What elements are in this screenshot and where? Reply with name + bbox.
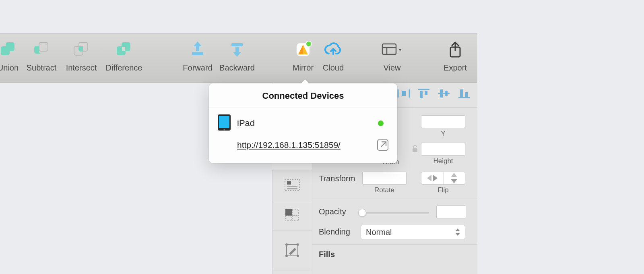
subtract-icon bbox=[33, 41, 50, 58]
blending-value: Normal bbox=[366, 228, 392, 237]
toolbar-label: Mirror bbox=[291, 63, 316, 73]
svg-point-53 bbox=[297, 255, 299, 257]
flip-group[interactable] bbox=[421, 172, 465, 185]
svg-rect-54 bbox=[413, 148, 417, 152]
toolbar-label: Export bbox=[441, 63, 469, 73]
intersect-button[interactable]: Intersect bbox=[62, 41, 100, 73]
svg-rect-33 bbox=[445, 91, 448, 96]
flip-vertical-icon[interactable] bbox=[444, 172, 465, 184]
cloud-button[interactable]: Cloud bbox=[321, 41, 346, 73]
svg-rect-47 bbox=[285, 216, 292, 221]
svg-point-50 bbox=[285, 243, 288, 246]
difference-icon bbox=[115, 41, 133, 58]
svg-marker-11 bbox=[194, 42, 202, 46]
toolbar: Union Subtract Intersect Difference For bbox=[0, 33, 477, 83]
svg-rect-5 bbox=[79, 46, 83, 51]
svg-rect-30 bbox=[425, 91, 427, 95]
svg-rect-48 bbox=[292, 216, 299, 221]
align-bottom-icon[interactable] bbox=[457, 88, 473, 101]
opacity-field[interactable] bbox=[436, 206, 466, 218]
svg-rect-45 bbox=[285, 209, 292, 216]
align-top-icon[interactable] bbox=[417, 88, 433, 101]
connected-devices-popover: Connected Devices iPad http://192.168.1.… bbox=[209, 83, 397, 163]
union-button[interactable]: Union bbox=[0, 41, 20, 73]
svg-marker-58 bbox=[451, 179, 457, 183]
svg-marker-22 bbox=[398, 49, 402, 51]
status-dot-icon bbox=[378, 120, 384, 126]
svg-point-52 bbox=[285, 255, 288, 257]
intersect-icon bbox=[72, 41, 90, 58]
resize-tab-icon bbox=[284, 208, 300, 222]
flip-horizontal-icon[interactable] bbox=[421, 172, 444, 184]
forward-icon bbox=[189, 41, 206, 59]
opacity-label: Opacity bbox=[319, 207, 346, 216]
url-row: http://192.168.1.135:51859/ bbox=[209, 137, 397, 151]
separator bbox=[312, 199, 477, 199]
svg-rect-9 bbox=[192, 52, 203, 55]
mirror-url-link[interactable]: http://192.168.1.135:51859/ bbox=[237, 140, 341, 150]
align-dist-horizontal-icon[interactable] bbox=[397, 88, 413, 101]
y-field[interactable] bbox=[421, 115, 465, 128]
svg-rect-46 bbox=[292, 209, 299, 216]
svg-marker-57 bbox=[451, 173, 457, 177]
forward-button[interactable]: Forward bbox=[180, 41, 215, 73]
height-field[interactable] bbox=[421, 143, 465, 156]
open-external-icon[interactable] bbox=[377, 139, 388, 151]
lock-icon[interactable] bbox=[411, 144, 419, 155]
svg-marker-14 bbox=[233, 52, 241, 57]
mirror-button[interactable]: Mirror bbox=[291, 41, 316, 73]
svg-rect-43 bbox=[287, 186, 297, 187]
device-name: iPad bbox=[237, 118, 255, 129]
opacity-slider-thumb[interactable] bbox=[358, 209, 366, 217]
subtract-button[interactable]: Subtract bbox=[23, 41, 60, 73]
svg-rect-12 bbox=[231, 43, 243, 46]
opacity-slider[interactable] bbox=[361, 212, 429, 214]
cloud-icon bbox=[323, 41, 343, 58]
union-icon bbox=[0, 41, 17, 58]
svg-point-51 bbox=[297, 243, 299, 246]
svg-marker-60 bbox=[456, 233, 460, 236]
difference-button[interactable]: Difference bbox=[102, 41, 146, 73]
svg-rect-36 bbox=[465, 92, 468, 97]
svg-rect-19 bbox=[382, 44, 396, 54]
svg-rect-10 bbox=[196, 46, 199, 51]
svg-rect-35 bbox=[460, 89, 463, 97]
svg-rect-13 bbox=[235, 47, 239, 53]
height-sublabel: Height bbox=[421, 157, 465, 165]
device-row[interactable]: iPad bbox=[209, 108, 397, 137]
separator bbox=[312, 244, 477, 245]
svg-rect-27 bbox=[402, 91, 406, 96]
toolbar-label: Difference bbox=[102, 63, 146, 73]
rotate-field[interactable] bbox=[362, 172, 407, 185]
toolbar-label: Backward bbox=[217, 63, 257, 73]
svg-rect-8 bbox=[122, 47, 125, 51]
edit-tab-icon bbox=[284, 242, 300, 258]
view-button[interactable]: View bbox=[380, 41, 404, 73]
dropdown-caret-icon bbox=[455, 228, 460, 236]
svg-rect-29 bbox=[420, 91, 423, 98]
svg-point-63 bbox=[223, 129, 225, 130]
svg-marker-56 bbox=[433, 175, 438, 181]
svg-point-18 bbox=[306, 41, 312, 47]
flip-sublabel: Flip bbox=[421, 186, 465, 194]
transform-label: Transform bbox=[319, 174, 355, 183]
view-icon bbox=[381, 41, 403, 58]
export-button[interactable]: Export bbox=[441, 41, 469, 73]
svg-rect-42 bbox=[287, 181, 291, 185]
inspector-tab-resize[interactable] bbox=[272, 200, 312, 230]
popover-arrow bbox=[301, 79, 310, 84]
inspector-tab-layout[interactable] bbox=[272, 170, 312, 200]
backward-button[interactable]: Backward bbox=[217, 41, 257, 73]
fills-label: Fills bbox=[319, 250, 335, 259]
popover-title: Connected Devices bbox=[209, 83, 397, 108]
toolbar-label: Forward bbox=[180, 63, 215, 73]
align-middle-icon[interactable] bbox=[437, 88, 453, 101]
layout-tab-icon bbox=[284, 179, 300, 191]
blending-dropdown[interactable]: Normal bbox=[361, 225, 465, 239]
toolbar-label: Union bbox=[0, 63, 20, 73]
svg-marker-59 bbox=[456, 228, 460, 231]
toolbar-label: Subtract bbox=[23, 63, 60, 73]
export-icon bbox=[446, 41, 464, 59]
inspector-tab-edit[interactable] bbox=[272, 230, 312, 270]
blending-label: Blending bbox=[319, 227, 350, 237]
